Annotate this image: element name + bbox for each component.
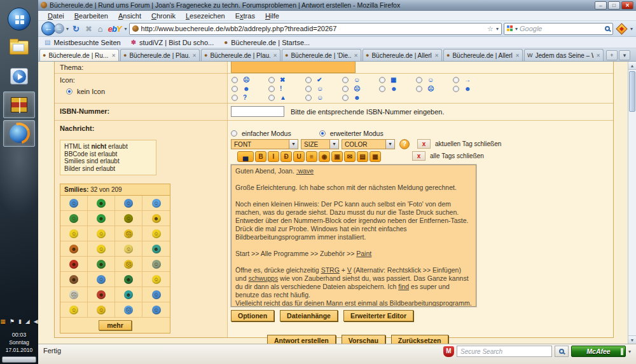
smiley-icon[interactable]: ☺: [97, 306, 106, 314]
secure-search-input[interactable]: Secure Search: [457, 346, 552, 357]
tab[interactable]: ● Büchereule.de | Plau... ✕: [120, 49, 200, 61]
toolbar-overflow-icon[interactable]: ▾: [630, 26, 633, 32]
icon-option[interactable]: ☻: [453, 84, 490, 93]
icon-option[interactable]: ?: [232, 93, 268, 102]
page-scrollbar[interactable]: ▲ ▼: [628, 62, 636, 344]
smiley-icon[interactable]: ☻: [69, 245, 78, 253]
url-text[interactable]: http://www.buechereule.de/wbb2/addreply.…: [141, 25, 485, 32]
icon-radio[interactable]: [268, 95, 275, 101]
ebay-dropdown-icon[interactable]: ▾: [125, 26, 127, 32]
close-button[interactable]: ✕: [621, 1, 633, 10]
tray-icon[interactable]: ◀: [34, 318, 38, 325]
icon-radio[interactable]: [416, 86, 422, 92]
tray-icon[interactable]: ▦: [0, 318, 6, 325]
tab-close-icon[interactable]: ✕: [596, 53, 600, 58]
smiley-cell[interactable]: ☻: [60, 241, 88, 257]
ebay-logo-letter[interactable]: b: [112, 24, 116, 34]
smiley-cell[interactable]: ☺: [88, 302, 115, 318]
editor-toolbar-button[interactable]: ▦: [370, 151, 381, 162]
scrollbar-thumb[interactable]: [629, 71, 635, 112]
attachments-button[interactable]: Dateianhänge: [280, 310, 338, 321]
smiley-icon[interactable]: ☺: [152, 290, 161, 299]
icon-option[interactable]: ☺: [305, 84, 342, 93]
scroll-down-icon[interactable]: ▼: [628, 335, 636, 344]
addon-icon[interactable]: [616, 23, 627, 34]
icon-radio[interactable]: [379, 86, 385, 92]
smiley-icon[interactable]: ☺: [152, 275, 161, 284]
smiley-cell[interactable]: ☹: [60, 287, 88, 302]
menu-item[interactable]: Extras: [231, 11, 259, 20]
reset-button[interactable]: Zurücksetzen: [391, 335, 448, 344]
url-dropdown-icon[interactable]: ▾: [496, 26, 499, 32]
smiley-cell[interactable]: ☺: [60, 196, 88, 211]
icon-radio[interactable]: [453, 86, 459, 92]
smiley-icon[interactable]: ☺: [152, 199, 161, 208]
search-icon[interactable]: [605, 26, 610, 31]
smiley-icon[interactable]: ☺: [124, 214, 133, 223]
smiley-icon[interactable]: ☻: [69, 260, 78, 269]
tab[interactable]: ● Büchereule.de | Allerl... ✕: [363, 49, 442, 61]
icon-option[interactable]: ▦: [379, 76, 416, 84]
tab[interactable]: ● Büchereule.de | Ru... ✕: [39, 49, 119, 61]
icon-radio[interactable]: [305, 77, 312, 83]
tab-close-icon[interactable]: ✕: [111, 53, 116, 58]
icon-radio[interactable]: [268, 77, 275, 83]
smiley-icon[interactable]: ☺: [97, 229, 106, 238]
advanced-editor-button[interactable]: Erweiterter Editor: [343, 310, 413, 321]
smiley-icon[interactable]: ☺: [69, 229, 78, 238]
bookmark-star-icon[interactable]: ☆: [487, 25, 494, 33]
icon-radio[interactable]: [268, 86, 275, 92]
smiley-cell[interactable]: ☺: [60, 226, 88, 241]
icon-option[interactable]: ▲: [268, 93, 305, 102]
smiley-cell[interactable]: ☺: [115, 241, 142, 257]
reload-button[interactable]: ↻: [71, 24, 81, 34]
mcafee-badge[interactable]: McAfee: [571, 346, 626, 357]
smiley-icon[interactable]: ☻: [152, 245, 161, 253]
bookmark-item[interactable]: ● Büchereule.de | Startse...: [224, 39, 310, 46]
ebay-logo-letter[interactable]: Y: [116, 24, 121, 34]
menu-item[interactable]: Lesezeichen: [181, 11, 230, 20]
smiley-cell[interactable]: ☺: [142, 226, 170, 241]
smiley-cell[interactable]: ☻: [115, 272, 142, 287]
icon-option[interactable]: ☹: [342, 84, 379, 93]
smiley-icon[interactable]: ☹: [69, 290, 78, 299]
icon-radio[interactable]: [453, 77, 459, 83]
close-all-tags-button[interactable]: x: [412, 151, 425, 161]
smiley-icon[interactable]: ☻: [97, 260, 106, 269]
smiley-icon[interactable]: ☹: [124, 260, 133, 269]
smiley-cell[interactable]: ☺: [142, 257, 170, 272]
editor-toolbar-button[interactable]: U: [293, 151, 305, 162]
icon-radio[interactable]: [232, 95, 238, 101]
smiley-icon[interactable]: ☺: [97, 245, 106, 253]
smiley-icon[interactable]: ☺: [69, 214, 78, 223]
tab-close-icon[interactable]: ✕: [434, 53, 439, 58]
scroll-up-icon[interactable]: ▲: [628, 62, 636, 70]
taskbar-item[interactable]: [3, 6, 35, 32]
chevron-down-icon[interactable]: ▼: [329, 140, 338, 149]
smiley-cell[interactable]: ☺: [115, 196, 142, 211]
editor-toolbar-button[interactable]: ≡: [306, 151, 317, 162]
tray-icon[interactable]: ◢: [25, 318, 30, 325]
editor-toolbar-button[interactable]: ◉: [319, 151, 330, 162]
color-select[interactable]: COLOR ▼: [342, 139, 395, 149]
smiley-icon[interactable]: ☺: [124, 199, 133, 208]
icon-option[interactable]: ☻: [232, 84, 268, 93]
tray-icon[interactable]: ▮: [18, 318, 22, 325]
smiley-icon[interactable]: ☺: [152, 229, 161, 238]
stop-button[interactable]: ✖: [83, 24, 94, 34]
tray-icon[interactable]: ⚑: [10, 318, 15, 325]
smiley-icon[interactable]: ☹: [124, 306, 133, 314]
forward-button[interactable]: →: [54, 24, 64, 34]
smiley-cell[interactable]: ☻: [142, 241, 170, 257]
tab-close-icon[interactable]: ✕: [273, 53, 277, 58]
menu-item[interactable]: Chronik: [147, 11, 180, 20]
smiley-icon[interactable]: ☺: [97, 275, 106, 284]
smiley-icon[interactable]: ☹: [124, 229, 133, 238]
smiley-cell[interactable]: ☹: [115, 257, 142, 272]
bookmark-item[interactable]: ✽ studiVZ | Bist Du scho...: [131, 39, 214, 46]
taskbar-clock[interactable]: 00:03 Sonntag 17.01.2010: [0, 331, 38, 354]
smiley-cell[interactable]: ☹: [115, 302, 142, 318]
history-dropdown-icon[interactable]: ▾: [66, 26, 69, 32]
editor-toolbar-button[interactable]: ▣: [331, 151, 343, 162]
icon-option[interactable]: ☺: [416, 76, 453, 84]
